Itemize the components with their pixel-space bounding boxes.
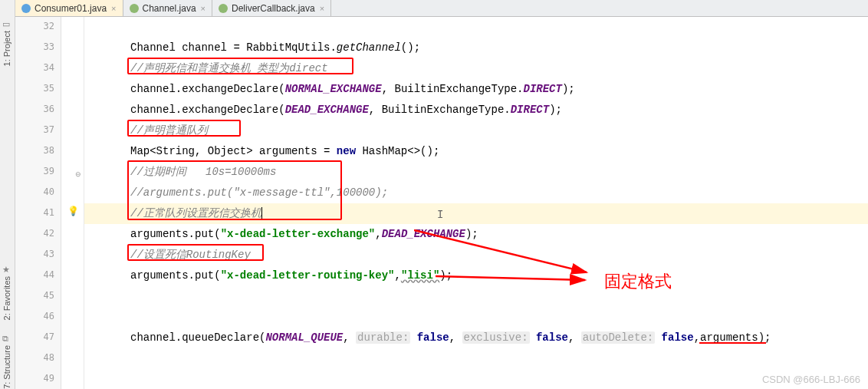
close-icon[interactable]: × — [111, 4, 116, 13]
project-tool-icon: ▭ — [2, 19, 10, 29]
code-line — [84, 307, 868, 328]
fold-icon[interactable]: ⊖ — [75, 170, 81, 178]
tab-delivercallback[interactable]: DeliverCallback.java × — [212, 0, 331, 16]
line-number: 34 — [44, 62, 54, 73]
line-number: 44 — [44, 269, 54, 280]
java-interface-icon — [130, 4, 139, 13]
favorites-tool-icon: ★ — [2, 265, 10, 275]
code-editor[interactable]: Channel channel = RabbitMqUtils.getChann… — [84, 17, 868, 389]
line-number: 48 — [44, 352, 54, 363]
intention-bulb-icon[interactable]: 💡 — [67, 206, 79, 216]
tab-label: Channel.java — [143, 3, 196, 14]
java-class-icon — [21, 4, 31, 13]
code-line: //arguments.put("x-message-ttl",100000); — [84, 183, 868, 203]
tab-label: DeliverCallback.java — [232, 3, 315, 14]
mouse-ibeam-icon: I — [437, 209, 443, 221]
code-line — [84, 369, 868, 389]
code-line: arguments.put("x-dead-letter-exchange",D… — [84, 224, 868, 245]
structure-tool-icon: ⧉ — [2, 334, 8, 344]
line-number: 37 — [44, 124, 54, 135]
code-line: Map<String, Object> arguments = new Hash… — [84, 141, 868, 162]
code-line — [84, 17, 868, 38]
structure-tool-button[interactable]: 7: Structure — [2, 345, 12, 389]
line-number: 46 — [44, 311, 54, 321]
close-icon[interactable]: × — [320, 4, 324, 13]
close-icon[interactable]: × — [201, 4, 205, 13]
line-number: 47 — [44, 331, 54, 342]
line-number: 35 — [44, 83, 54, 94]
code-line: channel.queueDeclare(NORMAL_QUEUE, durab… — [84, 328, 868, 348]
editor-tabs: Consumer01.java × Channel.java × Deliver… — [15, 0, 868, 17]
code-line: arguments.put("x-dead-letter-routing-key… — [84, 265, 868, 286]
code-line — [84, 348, 868, 369]
line-number: 41 — [44, 207, 54, 218]
code-line-current: //正常队列设置死信交换机 — [84, 203, 868, 224]
code-line — [84, 286, 868, 307]
code-line: //设置死信RoutingKey — [84, 245, 868, 265]
code-line: //过期时间 10s=10000ms — [84, 162, 868, 183]
line-number: 39 — [44, 166, 54, 176]
line-number: 36 — [44, 104, 54, 114]
code-line: //声明死信和普通交换机 类型为direct — [84, 58, 868, 79]
line-number: 49 — [44, 373, 54, 384]
project-tool-button[interactable]: 1: Project — [2, 31, 12, 66]
tool-window-strip: ▭ 1: Project ★ 2: Favorites ⧉ 7: Structu… — [0, 0, 15, 389]
code-line: //声明普通队列 — [84, 120, 868, 141]
favorites-tool-button[interactable]: 2: Favorites — [2, 276, 12, 320]
tab-consumer01[interactable]: Consumer01.java × — [15, 0, 123, 16]
java-interface-icon — [219, 4, 228, 13]
line-number: 42 — [44, 228, 54, 239]
code-line: channel.exchangeDeclare(DEAD_EXCHANGE, B… — [84, 100, 868, 120]
watermark: CSDN @666-LBJ-666 — [762, 374, 860, 385]
line-number: 38 — [44, 145, 54, 156]
code-line: Channel channel = RabbitMqUtils.getChann… — [84, 38, 868, 58]
line-number: 45 — [44, 290, 54, 301]
line-number: 32 — [44, 21, 54, 31]
annotation-gutter — [61, 17, 84, 389]
text-caret — [261, 207, 262, 219]
line-number: 33 — [44, 41, 54, 52]
tab-label: Consumer01.java — [35, 3, 107, 14]
tab-channel[interactable]: Channel.java × — [123, 0, 213, 16]
line-number: 40 — [44, 186, 54, 197]
code-line: channel.exchangeDeclare(NORMAL_EXCHANGE,… — [84, 79, 868, 100]
line-number-gutter: 323334353637383940414243444546474849 — [15, 17, 61, 389]
line-number: 43 — [44, 249, 54, 259]
